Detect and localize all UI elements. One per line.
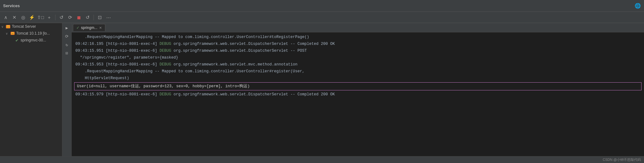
config-icon[interactable]: ⊡ (63, 50, 71, 57)
arrow-icon: ∨ (1, 25, 6, 28)
sidebar-item-springmvc[interactable]: ✔ springmvc-00... (0, 37, 62, 44)
eye-button[interactable]: ◎ (19, 14, 27, 21)
services-title: Services (3, 3, 20, 8)
tab-check-icon: ✓ (76, 26, 79, 30)
add-button[interactable]: + (45, 14, 53, 21)
sidebar-item-tomcat-server[interactable]: ∨ 🐱 Tomcat Server (0, 23, 62, 30)
credit-text: CSDN @小钟不想敲代码 (603, 157, 641, 162)
stop-button[interactable]: ◼ (75, 14, 83, 21)
more-button[interactable]: ⋯ (105, 14, 112, 21)
sidebar-inner: ∨ 🐱 Tomcat Server ∨ 🐱 Tomcat 10.1.19 [lo… (0, 23, 71, 156)
tomcat-server-label: Tomcat Server (12, 24, 36, 29)
globe-icon: 🌐 (635, 3, 641, 9)
log-line-6: .RequestMappingHandlerMapping -- Mapped … (72, 68, 644, 75)
springmvc-label: springmvc-00... (21, 38, 46, 42)
log-line-5: 09:43:15.953 [http-nio-8081-exec-6] DEBU… (72, 61, 644, 68)
restart-icon[interactable]: ↻ (63, 41, 71, 49)
log-line-8-highlighted: User(id=null, username=佳运, password=123,… (74, 82, 642, 90)
side-icons: ▶ ⟳ ↻ ⊡ (62, 23, 71, 156)
top-bar: Services 🌐 (0, 0, 644, 12)
springmvc-icon: ✔ (14, 38, 19, 43)
run-icon[interactable]: ▶ (63, 24, 71, 32)
log-line-3: 09:43:15.951 [http-nio-8081-exec-6] DEBU… (72, 47, 644, 54)
refresh1-button[interactable]: ↺ (58, 14, 65, 21)
tomcat-instance-icon: 🐱 (10, 31, 15, 36)
sidebar-item-tomcat-instance[interactable]: ∨ 🐱 Tomcat 10.1.19 [lo... (0, 30, 62, 37)
camera-button[interactable]: ⊡ (96, 14, 103, 21)
tab-bar: ✓ springm... ✕ (72, 23, 644, 32)
log-line-9: 09:43:15.979 [http-nio-8081-exec-6] DEBU… (72, 91, 644, 98)
bottom-bar: CSDN @小钟不想敲代码 (0, 156, 644, 163)
export-button[interactable]: ⇧□ (37, 14, 44, 21)
tab-springmvc-label: springm... (81, 26, 98, 30)
tree-area: ∨ 🐱 Tomcat Server ∨ 🐱 Tomcat 10.1.19 [lo… (0, 23, 62, 156)
log-line-7: HttpServletRequest) (72, 75, 644, 82)
log-line-2: 09:42:16.195 [http-nio-8081-exec-4] DEBU… (72, 41, 644, 47)
log-line-4: "/springmvc/register", parameters={maske… (72, 54, 644, 61)
log-area: .RequestMappingHandlerMapping -- Mapped … (72, 32, 644, 156)
right-panel: ✓ springm... ✕ .RequestMappingHandlerMap… (72, 23, 644, 156)
log-line-1: .RequestMappingHandlerMapping -- Mapped … (72, 34, 644, 41)
refresh2-button[interactable]: ⟳ (66, 14, 74, 21)
main-layout: ∨ 🐱 Tomcat Server ∨ 🐱 Tomcat 10.1.19 [lo… (0, 23, 644, 156)
sidebar: ∨ 🐱 Tomcat Server ∨ 🐱 Tomcat 10.1.19 [lo… (0, 23, 72, 156)
collapse-button[interactable]: ∧ (2, 14, 9, 21)
redeploy-icon[interactable]: ⟳ (63, 33, 71, 40)
close-button[interactable]: ✕ (11, 14, 18, 21)
filter-button[interactable]: ⚡ (28, 14, 36, 21)
arrow-icon: ∨ (6, 32, 10, 35)
divider1 (55, 15, 55, 20)
tab-springmvc[interactable]: ✓ springm... ✕ (73, 24, 105, 31)
toolbar: ∧ ✕ ◎ ⚡ ⇧□ + ↺ ⟳ ◼ ↺ ⊡ ⋯ (0, 12, 644, 23)
resume-button[interactable]: ↺ (84, 14, 91, 21)
divider2 (93, 15, 94, 20)
tomcat-server-icon: 🐱 (6, 24, 11, 29)
tomcat-instance-label: Tomcat 10.1.19 [lo... (16, 31, 50, 36)
tab-close-icon[interactable]: ✕ (99, 26, 102, 30)
